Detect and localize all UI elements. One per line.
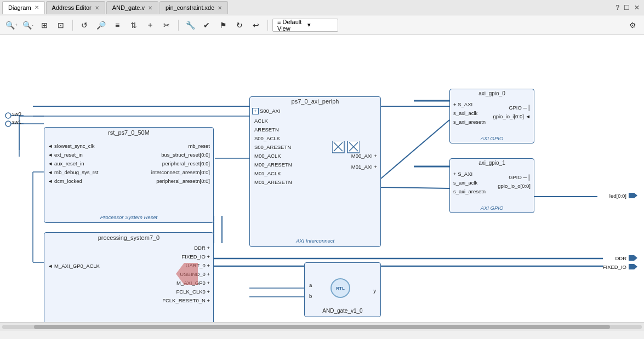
wrench-button[interactable]: 🔧 [183,18,197,32]
undo-button[interactable]: ↩ [249,18,263,32]
settings-button[interactable]: ⚙ [625,18,640,32]
x-symbol-svg [332,141,360,168]
scrollbar-track[interactable] [2,325,642,329]
fixedio-output-label: FIXED_IO [603,264,626,270]
fit-button[interactable]: ⊞ [37,18,52,32]
zynq-logo-mark [176,263,198,285]
zoom-out-button[interactable]: 🔍- [21,18,35,32]
rst-port-bus: bus_struct_reset[0:0] [161,152,210,158]
rst-port-periph-aresetn: peripheral_aresetn[0:0] [156,178,210,184]
zynq-port-ddr: DDR + [194,245,210,251]
rst-port-dcm: ◄ dcm_locked [48,178,82,184]
canvas-area: sw0 sw1 rst_ps7_0_50M ◄ slowest_sync_clk… [0,35,644,322]
rst-port-ext-reset: ◄ ext_reset_in [48,152,83,158]
help-icon[interactable]: ? [615,4,619,12]
andgate-port-a: a [309,282,312,288]
split-button[interactable]: ≡ [110,18,124,32]
zoom-in-button[interactable]: 🔍+ [4,18,19,32]
toolbar-sep-1 [72,20,73,31]
rst-port-slowest: ◄ slowest_sync_clk [48,143,94,149]
tab-bar: Diagram ✕ Address Editor ✕ AND_gate.v ✕ … [0,0,644,15]
rst-port-mb-debug: ◄ mb_debug_sys_rst [48,169,98,175]
zynq-block-name: processing_system7_0 [44,233,213,243]
gpio1-port-aresetn: s_axi_aresetn [453,188,486,194]
add-button[interactable]: ＋ [143,18,157,32]
tab-and-gate[interactable]: AND_gate.v ✕ [106,1,158,14]
zynq-port-fclkrst: FCLK_RESET0_N + [162,297,210,303]
magnify-button[interactable]: 🔎 [94,18,108,32]
move-button[interactable]: ⇅ [127,18,141,32]
led-output-port: led[0:0] [609,192,637,199]
tab-address-editor[interactable]: Address Editor ✕ [46,1,105,14]
andgate-port-y: y [373,288,376,294]
tab-and-gate-label: AND_gate.v [112,4,145,11]
tab-diagram-label: Diagram [8,4,31,11]
ps7-expand-button[interactable]: + [252,108,259,114]
rst-block-subtitle: Processor System Reset [100,214,158,220]
gpio0-port-saxi: + S_AXI [453,101,472,107]
tab-address-editor-close[interactable]: ✕ [95,5,99,11]
toolbar: 🔍+ 🔍- ⊞ ⊡ ↺ 🔎 ≡ ⇅ ＋ ✂ 🔧 ✔ ⚑ ↻ ↩ ≡ Defaul… [0,15,644,35]
andgate-block[interactable]: RTL a b y AND_gate_v1_0 [304,262,381,317]
ddr-output-port: DDR [615,254,637,262]
rst-port-aux-reset: ◄ aux_reset_in [48,160,84,166]
tab-diagram-close[interactable]: ✕ [35,4,39,10]
svg-point-24 [5,113,11,118]
cut-button[interactable]: ✂ [159,18,174,32]
ps7-port-s00axi: S00_AXI [260,108,281,114]
flag-button[interactable]: ⚑ [216,18,230,32]
fixedio-output-arrow [629,263,637,271]
rst-block[interactable]: rst_ps7_0_50M ◄ slowest_sync_clk ◄ ext_r… [44,127,214,223]
select-button[interactable]: ⊡ [54,18,68,32]
led-output-label: led[0:0] [609,193,626,199]
zynq-port-fclk: FCLK_CLK0 + [176,289,210,295]
validate-button[interactable]: ✔ [200,18,214,32]
tab-pin-constraint-close[interactable]: ✕ [218,5,222,11]
led-output-arrow [629,192,637,199]
restore-icon[interactable]: ☐ [624,4,630,12]
ddr-output-arrow [629,254,637,262]
fixedio-output-port: FIXED_IO [603,263,637,271]
rotate-button[interactable]: ↺ [77,18,92,32]
gpio0-subtitle: AXI GPIO [481,135,504,141]
toolbar-sep-3 [267,20,268,31]
view-dropdown-arrow: ▾ [307,21,333,28]
svg-marker-28 [176,263,198,285]
close-all-icon[interactable]: ✕ [634,4,640,12]
ps7-block-name: ps7_0_axi_periph [250,97,380,106]
ps7-block[interactable]: ps7_0_axi_periph + S00_AXI ACLK ARESETN … [249,96,381,247]
tab-pin-constraint-label: pin_constraint.xdc [166,4,214,11]
ps7-port-m01aclk: M01_ACLK [254,170,281,176]
andgate-name: AND_gate_v1_0 [305,308,380,314]
tab-bar-right-icons: ? ☐ ✕ [615,4,644,12]
horizontal-scrollbar[interactable] [0,322,644,331]
gpio0-block[interactable]: axi_gpio_0 + S_AXI s_axi_aclk s_axi_ares… [449,89,534,143]
gpio1-port-io: gpio_io_o[0:0] [498,183,531,189]
svg-marker-37 [629,193,637,198]
tab-and-gate-close[interactable]: ✕ [148,5,152,11]
refresh-button[interactable]: ↻ [232,18,247,32]
svg-line-7 [381,187,449,188]
gpio1-block[interactable]: axi_gpio_1 + S_AXI s_axi_aclk s_axi_ares… [449,158,534,213]
ps7-port-m00aresetn: M00_ARESETN [254,162,292,168]
zynq-port-maxi: ◄ M_AXI_GP0_ACLK [48,263,100,269]
ps7-port-s00aresetn: S00_ARESETN [254,144,291,150]
rst-port-interconnect: interconnect_aresetn[0:0] [151,169,210,175]
interconnect-x-symbol [332,141,360,168]
gpio1-subtitle: AXI GPIO [481,205,504,211]
gpio1-port-saxi: + S_AXI [453,171,472,177]
ddr-output-label: DDR [615,255,626,261]
view-dropdown[interactable]: ≡ Default View ▾ [272,19,338,32]
zynq-block[interactable]: processing_system7_0 ◄ M_AXI_GP0_ACLK DD… [44,232,214,322]
ps7-subtitle: AXI Interconnect [296,238,334,244]
rtl-symbol: RTL [330,278,350,298]
tab-diagram[interactable]: Diagram ✕ [2,1,45,14]
svg-line-6 [381,120,449,179]
rst-block-name: rst_ps7_0_50M [44,128,213,137]
rst-port-periph-reset: peripheral_reset[0:0] [162,160,210,166]
toolbar-sep-2 [178,20,179,31]
gpio1-name: axi_gpio_1 [450,159,534,167]
tab-pin-constraint[interactable]: pin_constraint.xdc ✕ [159,1,228,14]
sw1-port: sw1 [4,120,24,129]
scrollbar-thumb[interactable] [34,325,609,329]
